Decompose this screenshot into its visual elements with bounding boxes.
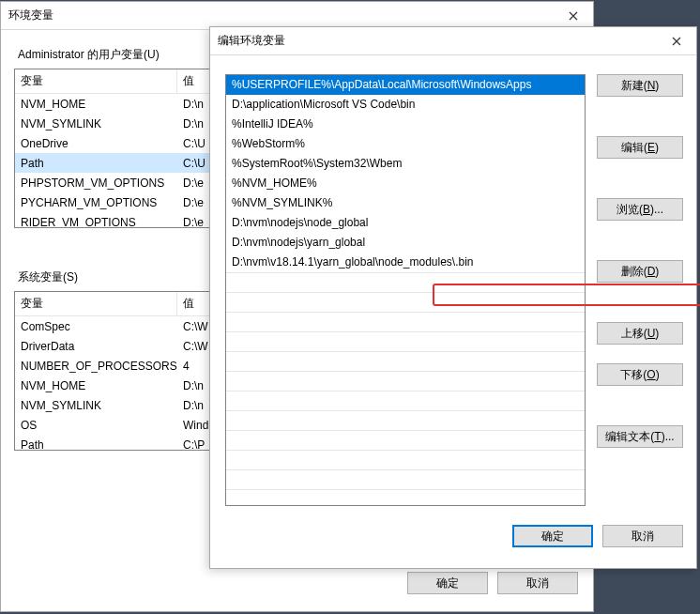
list-item[interactable]: %WebStorm% [226,134,585,154]
list-item[interactable]: %NVM_SYMLINK% [226,193,585,213]
side-buttons: 新建(N) 编辑(E) 浏览(B)... 删除(D) 上移(U) 下移(O) 编… [597,74,683,506]
edit-cancel-button[interactable]: 取消 [602,525,683,547]
var-name: OS [15,417,177,434]
close-icon[interactable] [554,3,593,29]
var-name: PHPSTORM_VM_OPTIONS [15,175,177,192]
var-name: PYCHARM_VM_OPTIONS [15,194,177,211]
move-up-button[interactable]: 上移(U) [597,322,683,345]
edit-env-var-dialog: 编辑环境变量 %USERPROFILE%\AppData\Local\Micro… [209,26,697,569]
var-name: OneDrive [15,135,177,152]
var-name: DriverData [15,338,177,355]
env-cancel-button[interactable]: 取消 [497,572,578,594]
list-item[interactable]: %USERPROFILE%\AppData\Local\Microsoft\Wi… [226,75,585,95]
var-name: Path [15,155,177,172]
user-vars-header-name[interactable]: 变量 [15,69,177,93]
edit-text-button[interactable]: 编辑文本(T)... [597,425,683,448]
dialog-title-text: 编辑环境变量 [218,33,285,49]
var-name: ComSpec [15,318,177,335]
edit-button[interactable]: 编辑(E) [597,136,683,159]
new-button[interactable]: 新建(N) [597,74,683,97]
close-icon[interactable] [657,28,696,54]
list-item[interactable]: D:\nvm\v18.14.1\yarn_global\node_modules… [226,253,585,272]
dialog-titlebar: 编辑环境变量 [210,27,696,55]
var-name: Path [15,437,177,452]
var-name: NVM_SYMLINK [15,397,177,414]
path-entries-list[interactable]: %USERPROFILE%\AppData\Local\Microsoft\Wi… [225,74,586,506]
list-item[interactable]: %IntelliJ IDEA% [226,115,585,134]
var-name: NVM_HOME [15,96,177,113]
edit-ok-button[interactable]: 确定 [512,525,593,547]
list-item[interactable]: D:\application\Microsoft VS Code\bin [226,95,585,115]
var-name: NUMBER_OF_PROCESSORS [15,358,177,375]
var-name: NVM_HOME [15,377,177,394]
move-down-button[interactable]: 下移(O) [597,363,683,386]
browse-button[interactable]: 浏览(B)... [597,198,683,221]
delete-button[interactable]: 删除(D) [597,260,683,283]
list-item[interactable]: %SystemRoot%\System32\Wbem [226,154,585,174]
list-item[interactable]: %NVM_HOME% [226,174,585,193]
list-item[interactable]: D:\nvm\nodejs\node_global [226,213,585,233]
dialog-title-text: 环境变量 [8,8,53,23]
env-ok-button[interactable]: 确定 [407,572,488,594]
var-name: NVM_SYMLINK [15,115,177,132]
list-item[interactable]: D:\nvm\nodejs\yarn_global [226,233,585,253]
sys-vars-header-name[interactable]: 变量 [15,292,177,315]
var-name: RIDER_VM_OPTIONS [15,214,177,229]
